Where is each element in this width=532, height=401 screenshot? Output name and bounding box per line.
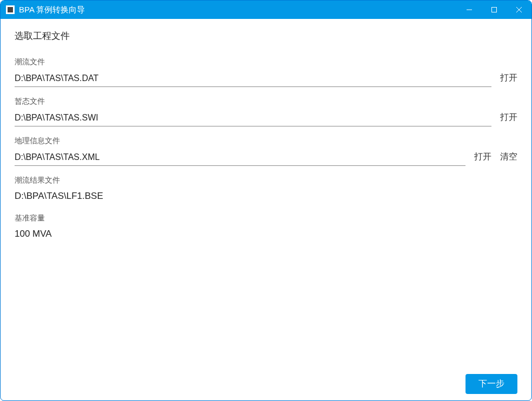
base-capacity-label: 基准容量 [15, 213, 517, 223]
next-button[interactable]: 下一步 [466, 374, 517, 394]
footer: 下一步 [15, 370, 517, 394]
result-value: D:\BPA\TAS\LF1.BSE [15, 190, 517, 204]
close-button[interactable] [507, 1, 531, 19]
window-title: BPA 算例转换向导 [19, 5, 85, 15]
power-flow-open-button[interactable]: 打开 [500, 72, 517, 87]
transient-open-button[interactable]: 打开 [500, 112, 517, 126]
field-result: 潮流结果文件 D:\BPA\TAS\LF1.BSE [15, 176, 517, 204]
field-power-flow: 潮流文件 打开 [15, 57, 517, 87]
minimize-button[interactable] [457, 1, 482, 19]
maximize-icon [491, 7, 497, 12]
field-geo: 地理信息文件 打开 清空 [15, 136, 517, 166]
app-icon [6, 5, 15, 14]
window: BPA 算例转换向导 选取工程文件 潮流文件 打开 暂态文件 打开 [0, 0, 532, 401]
geo-label: 地理信息文件 [15, 136, 517, 146]
power-flow-label: 潮流文件 [15, 57, 517, 67]
geo-input[interactable] [15, 150, 466, 166]
titlebar: BPA 算例转换向导 [1, 1, 531, 19]
geo-open-button[interactable]: 打开 [474, 151, 491, 166]
minimize-icon [467, 7, 472, 12]
power-flow-input[interactable] [15, 71, 491, 87]
field-base-capacity: 基准容量 100 MVA [15, 213, 517, 242]
maximize-button[interactable] [482, 1, 507, 19]
section-title: 选取工程文件 [15, 30, 517, 42]
geo-clear-button[interactable]: 清空 [500, 151, 517, 166]
base-capacity-value: 100 MVA [15, 228, 517, 242]
field-transient: 暂态文件 打开 [15, 97, 517, 126]
transient-label: 暂态文件 [15, 97, 517, 106]
close-icon [516, 7, 522, 12]
transient-input[interactable] [15, 111, 491, 126]
result-label: 潮流结果文件 [15, 176, 517, 185]
content-area: 选取工程文件 潮流文件 打开 暂态文件 打开 地理信息文件 打开 清空 [1, 19, 531, 400]
svg-rect-1 [492, 8, 497, 12]
